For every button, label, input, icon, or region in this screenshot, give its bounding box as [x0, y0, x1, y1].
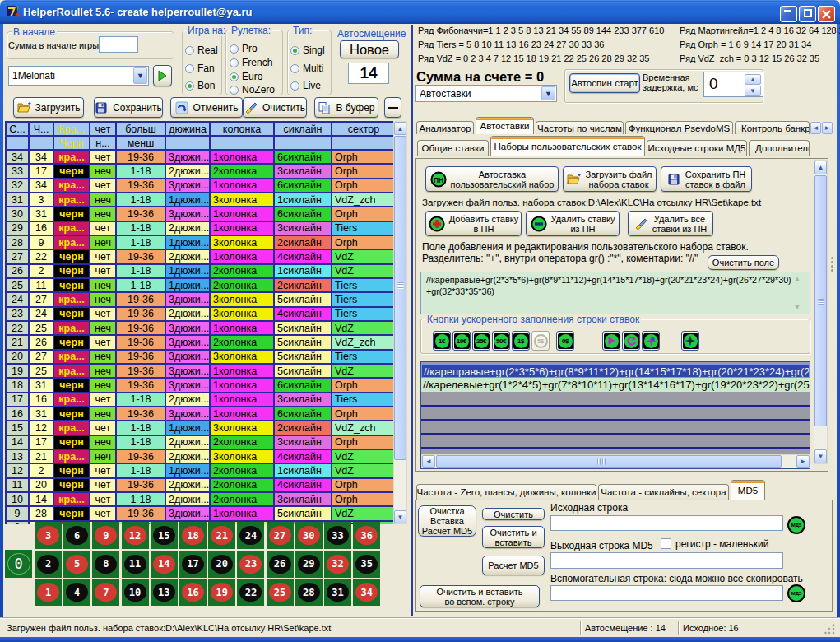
panel-splitter[interactable] — [411, 25, 413, 616]
toolbar-button-open-folder[interactable]: Загрузить — [13, 97, 84, 118]
chip-1-euro[interactable]: 1€ — [433, 331, 451, 351]
chip-10-euro[interactable]: 10€ — [452, 331, 471, 351]
set-button-2[interactable]: Удалить всеставки из ПН — [628, 211, 713, 236]
board-cell-12[interactable]: 12 — [122, 522, 149, 549]
board-cell-16[interactable]: 16 — [179, 579, 207, 606]
board-cell-28[interactable]: 28 — [295, 579, 323, 606]
radio-option-euro[interactable]: Euro — [230, 71, 262, 82]
board-cell-5[interactable]: 5 — [63, 551, 90, 578]
scroll-left-icon[interactable]: ◄ — [422, 455, 435, 468]
panel-scrollbar-thumb[interactable] — [814, 175, 827, 426]
bottom-tab-2[interactable]: Частота - сиклайны, сектора — [598, 484, 729, 500]
board-cell-11[interactable]: 11 — [122, 551, 149, 578]
board-cell-2[interactable]: 2 — [35, 551, 62, 578]
panel-scrollbar[interactable]: ▲ ▼ — [814, 160, 828, 464]
board-cell-26[interactable]: 26 — [267, 551, 294, 578]
close-button[interactable] — [818, 6, 835, 22]
radio-option-singl[interactable]: Singl — [290, 44, 325, 56]
md5-icon[interactable]: МД5 — [787, 516, 805, 534]
board-cell-21[interactable]: 21 — [208, 522, 235, 549]
board-cell-1[interactable]: 1 — [35, 579, 62, 606]
md5-output-input[interactable] — [550, 552, 783, 569]
radio-option-french[interactable]: French — [230, 57, 272, 68]
board-cell-33[interactable]: 33 — [324, 522, 351, 549]
radio-option-pro[interactable]: Pro — [230, 43, 258, 54]
set-button-0[interactable]: ПНАвтоставкапользовательский набор — [425, 166, 559, 192]
start-sum-input[interactable] — [99, 36, 138, 53]
scroll-down-icon[interactable]: ▼ — [394, 510, 406, 523]
md5-aux-icon[interactable]: МД5 — [787, 584, 805, 602]
board-cell-22[interactable]: 22 — [237, 579, 264, 606]
board-cell-25[interactable]: 25 — [267, 579, 294, 606]
clear-field-button[interactable]: Очистить поле — [708, 255, 779, 270]
main-tab-2[interactable]: Автоставки — [476, 117, 534, 134]
board-cell-8[interactable]: 8 — [92, 551, 119, 578]
board-cell-7[interactable]: 7 — [92, 579, 119, 606]
board-cell-9[interactable]: 9 — [92, 522, 119, 549]
spinner-up-icon[interactable]: ▲ — [745, 74, 761, 85]
autospin-start-button[interactable]: Автоспин старт — [569, 73, 640, 93]
chip-play[interactable] — [602, 331, 620, 351]
radio-option-live[interactable]: Live — [290, 80, 321, 91]
board-cell-27[interactable]: 27 — [267, 522, 294, 549]
board-cell-6[interactable]: 6 — [63, 522, 90, 549]
md5-clear-button[interactable]: Очистить — [482, 508, 545, 520]
radio-option-fan[interactable]: Fan — [185, 63, 215, 74]
sub-tab-4[interactable]: Дополнительно — [749, 140, 810, 156]
set-button-1[interactable]: Удалить ставкуиз ПН — [526, 211, 620, 236]
toolbar-button-save[interactable]: Сохранить — [94, 97, 163, 118]
sub-tab-3[interactable]: Исходные строки МД5 — [647, 140, 747, 156]
list-item[interactable]: //карелевые+gr(1*2*4*5)+gr(7*8*10*11)+gr… — [421, 378, 810, 392]
md5-calc-button[interactable]: Расчет MD5 — [482, 556, 545, 575]
textarea-scroll-up-icon[interactable]: ▲ — [793, 274, 801, 283]
delay-spinner[interactable]: 0 ▲ ▼ — [703, 72, 763, 97]
radio-option-multi[interactable]: Multi — [290, 63, 323, 74]
board-cell-24[interactable]: 24 — [237, 522, 264, 549]
md5-clear-paste-aux-button[interactable]: Очистить и вставитьво вспом. строку — [420, 585, 540, 607]
board-cell-29[interactable]: 29 — [295, 551, 323, 578]
toolbar-button-undo[interactable]: Отменить — [170, 97, 243, 118]
radio-option-bon[interactable]: Bon — [185, 80, 215, 91]
board-cell-0[interactable]: 0 — [5, 550, 32, 578]
radio-option-real[interactable]: Real — [185, 44, 218, 56]
radio-option-nozero[interactable]: NoZero — [230, 84, 275, 95]
bottom-tab-3[interactable]: MD5 — [731, 480, 765, 500]
scroll-right-icon[interactable]: ► — [796, 455, 810, 468]
textarea-scroll-down-icon[interactable]: ▼ — [793, 302, 801, 311]
board-cell-31[interactable]: 31 — [324, 579, 351, 606]
profile-combo[interactable]: 1Melonati ▼ — [8, 66, 149, 86]
bottom-tab-1[interactable]: Частота - Zero, шансы, дюжины, колонки — [416, 484, 596, 500]
board-cell-34[interactable]: 34 — [353, 579, 380, 606]
title-bar[interactable]: HelperRoullet 5.6- create helperroullet@… — [0, 0, 840, 24]
set-button-2[interactable]: Сохранить ПНставок в файл — [661, 166, 752, 192]
board-cell-35[interactable]: 35 — [353, 551, 380, 578]
chip-star[interactable] — [642, 331, 660, 351]
set-button-0[interactable]: Добавить ставкув ПН — [425, 211, 522, 236]
chip-50-euro[interactable]: 50€ — [492, 331, 510, 351]
board-cell-36[interactable]: 36 — [353, 522, 380, 549]
chip-refresh[interactable] — [622, 331, 640, 351]
register-checkbox[interactable] — [661, 538, 671, 549]
main-tab-4[interactable]: Функционал PsevdoMS — [625, 121, 733, 134]
board-cell-4[interactable]: 4 — [63, 579, 90, 606]
minimize-button[interactable] — [780, 6, 797, 22]
mode-combo[interactable]: Автоставки ▼ — [415, 85, 557, 102]
listbox-hscrollbar[interactable]: ◄ ► — [421, 454, 810, 468]
set-button-1[interactable]: Загрузить файлнабора ставок — [563, 166, 657, 192]
md5-big-button[interactable]: ОчисткаВставкаРасчет MD5 — [418, 505, 476, 537]
board-cell-13[interactable]: 13 — [151, 579, 178, 606]
board-cell-3[interactable]: 3 — [35, 522, 62, 549]
sub-tab-1[interactable]: Общие ставки — [417, 140, 489, 156]
board-cell-30[interactable]: 30 — [295, 522, 323, 549]
chip-1-dollar[interactable]: 1$ — [512, 331, 530, 351]
tab-scroll-right-icon[interactable]: ► — [822, 122, 833, 134]
board-cell-15[interactable]: 15 — [151, 522, 178, 549]
scroll-up-icon[interactable]: ▲ — [814, 160, 827, 174]
chevron-down-icon[interactable]: ▼ — [133, 67, 147, 84]
board-cell-32[interactable]: 32 — [324, 551, 351, 578]
md5-source-input[interactable] — [550, 515, 783, 531]
main-tab-5[interactable]: Контроль банкролла — [735, 121, 810, 134]
main-tab-3[interactable]: Частоты по числам — [536, 121, 624, 134]
md5-clear-paste-button[interactable]: Очистить ивставить — [482, 526, 545, 548]
toolbar-button-brush[interactable]: Очистить — [243, 97, 307, 118]
